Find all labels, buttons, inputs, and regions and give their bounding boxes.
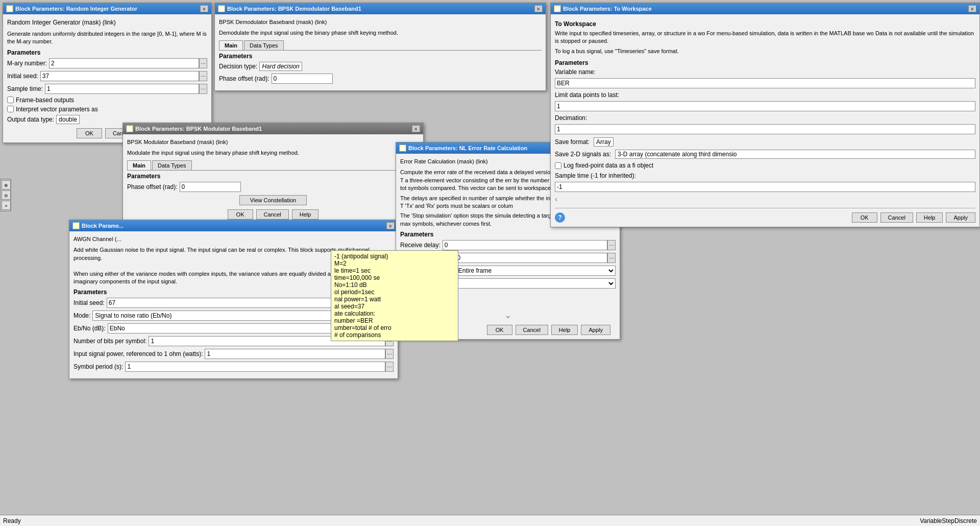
limit-data-input[interactable] [555, 101, 975, 111]
log-fixed-point-label: Log fixed-point data as a fi object [564, 162, 653, 169]
to-workspace-help-btn[interactable]: Help [916, 212, 943, 223]
to-workspace-cancel-btn[interactable]: Cancel [880, 212, 913, 223]
frame-based-label: Frame-based outputs [16, 97, 74, 104]
nl-error-rate-title: Block Parameters: NL Error Rate Calculat… [408, 145, 527, 151]
tooltip-line-3: le time=1 sec [334, 267, 455, 274]
bpsk-demod-description: Demodulate the input signal using the bi… [219, 29, 542, 37]
bpsk-mod-ok-btn[interactable]: OK [228, 209, 253, 220]
bpsk-mod-tab-datatypes[interactable]: Data Types [152, 160, 191, 170]
to-workspace-close[interactable]: ✕ [968, 5, 976, 12]
save-format-label: Save format: [555, 138, 590, 146]
bpsk-demod-icon: ▦ [218, 5, 225, 12]
decision-type-label: Decision type: [219, 63, 257, 70]
receive-delay-dots[interactable]: ⋯ [607, 240, 616, 250]
mary-dots-btn[interactable]: ⋯ [199, 58, 207, 68]
to-workspace-scroll-indicator: ‹ [555, 195, 975, 204]
view-constellation-btn[interactable]: View Constellation [239, 195, 307, 205]
to-workspace-ok-btn[interactable]: OK [852, 212, 877, 223]
awgn-symbol-period-wrapper: ⋯ [125, 362, 394, 372]
bpsk-demod-phase-input[interactable] [272, 74, 333, 84]
bpsk-mod-tab-main[interactable]: Main [127, 160, 151, 170]
awgn-close[interactable]: ✕ [386, 222, 395, 229]
random-int-gen-params-label: Parameters [7, 49, 207, 56]
awgn-bits-label: Number of bits per symbol: [74, 338, 146, 345]
computation-mode-select[interactable]: Entire frame [456, 266, 616, 276]
nl-error-rate-cancel-btn[interactable]: Cancel [516, 325, 548, 335]
awgn-icon: ▦ [72, 222, 80, 229]
bpsk-mod-close[interactable]: ✕ [412, 125, 420, 132]
to-workspace-btn-area: ? OK Cancel Help Apply [555, 208, 975, 223]
nl-error-rate-params-label: Parameters [400, 231, 616, 238]
bpsk-demod-phase-row: Phase offset (rad): [219, 74, 542, 84]
variable-name-input-row [555, 78, 975, 88]
sidebar-icon-2[interactable]: ⊖ [2, 190, 11, 200]
bpsk-mod-mask-link: BPSK Modulator Baseband (mask) (link) [127, 138, 419, 146]
random-int-gen-description: Generate random uniformly distributed in… [7, 30, 207, 46]
bpsk-mod-cancel-btn[interactable]: Cancel [256, 209, 289, 220]
random-int-gen-icon: ▦ [6, 5, 13, 12]
sidebar-icon-3[interactable]: » [2, 201, 11, 210]
to-workspace-help-icon[interactable]: ? [555, 212, 565, 223]
decision-type-value: Hard decision [259, 62, 302, 71]
tooltip-line-11: umber=total # of erro [334, 324, 455, 331]
random-int-gen-title: Block Parameters: Random Integer Generat… [15, 6, 137, 12]
random-int-gen-close[interactable]: ✕ [200, 5, 208, 12]
nl-error-rate-ok-btn[interactable]: OK [487, 325, 512, 335]
awgn-power-input[interactable] [205, 349, 385, 359]
tooltip-line-6: ol period=1sec [334, 289, 455, 296]
output-data-select[interactable]: Port [436, 278, 616, 289]
random-int-gen-ok-btn[interactable]: OK [77, 128, 102, 138]
receive-delay-label: Receive delay: [400, 242, 440, 249]
nl-error-rate-apply-btn[interactable]: Apply [581, 325, 610, 335]
receive-delay-wrapper: ⋯ [443, 240, 616, 250]
bpsk-mod-help-btn[interactable]: Help [292, 209, 319, 220]
to-workspace-title: Block Parameters: To Workspace [563, 6, 652, 12]
solver-type: VariableStepDiscrete [920, 517, 977, 524]
bpsk-mod-title: Block Parameters: BPSK Modulator Baseban… [135, 126, 262, 132]
nl-error-rate-help-btn[interactable]: Help [551, 325, 578, 335]
awgn-power-dots[interactable]: ⋯ [385, 349, 394, 359]
awgn-symbol-period-dots[interactable]: ⋯ [385, 362, 394, 372]
random-int-gen-mask-link: Random Integer Generator (mask) (link) [7, 18, 207, 27]
to-workspace-apply-btn[interactable]: Apply [946, 212, 975, 223]
tooltip-box: -1 (antipodal signal) M=2 le time=1 sec … [331, 250, 458, 341]
bpsk-demod-tab-datatypes[interactable]: Data Types [244, 40, 283, 50]
interpret-vector-checkbox[interactable] [7, 106, 14, 112]
sidebar-icon-1[interactable]: ⊕ [2, 180, 11, 189]
awgn-mode-label: Mode: [74, 312, 90, 319]
bpsk-demod-close[interactable]: ✕ [534, 5, 543, 12]
bpsk-mod-content: BPSK Modulator Baseband (mask) (link) Mo… [123, 134, 423, 224]
sidebar-icons: ⊕ ⊖ » [0, 179, 11, 211]
computation-delay-input[interactable] [455, 253, 607, 263]
awgn-ebno-label: Eb/No (dB): [74, 325, 106, 332]
computation-delay-dots[interactable]: ⋯ [607, 253, 616, 263]
seed-dots-btn[interactable]: ⋯ [199, 71, 207, 81]
receive-delay-input[interactable] [443, 240, 607, 250]
save-2d-value: 3-D array (concatenate along third dimen… [615, 150, 975, 159]
sample-time-input-wrapper: ⋯ [45, 84, 207, 94]
awgn-symbol-period-input[interactable] [125, 362, 385, 372]
tooltip-line-7: nal power=1 watt [334, 296, 455, 303]
bpsk-demod-tab-main[interactable]: Main [219, 40, 243, 50]
tooltip-line-5: No=1:10 dB [334, 281, 455, 289]
decimation-input-row [555, 124, 975, 134]
sample-time-dots-btn[interactable]: ⋯ [199, 84, 207, 94]
frame-based-checkbox[interactable] [7, 97, 14, 103]
decimation-input[interactable] [555, 124, 975, 134]
awgn-seed-label: Initial seed: [74, 299, 105, 306]
bpsk-demod-window: ▦ Block Parameters: BPSK Demodulator Bas… [214, 3, 546, 91]
variable-name-input[interactable] [555, 78, 975, 88]
log-fixed-point-row: Log fixed-point data as a fi object [555, 162, 975, 169]
mary-input[interactable] [49, 58, 199, 68]
computation-delay-wrapper: ⋯ [455, 253, 616, 263]
seed-label: Initial seed: [7, 73, 38, 80]
seed-input[interactable] [40, 71, 199, 81]
sample-time-ws-input[interactable] [555, 182, 975, 192]
decision-type-row: Decision type: Hard decision [219, 62, 542, 71]
bpsk-mod-phase-label: Phase offset (rad): [127, 183, 178, 190]
log-fixed-point-checkbox[interactable] [555, 162, 561, 169]
frame-based-row: Frame-based outputs [7, 97, 207, 104]
to-workspace-window: ▦ Block Parameters: To Workspace ✕ To Wo… [550, 3, 980, 227]
sample-time-input[interactable] [45, 84, 199, 94]
bpsk-mod-phase-input[interactable] [180, 182, 241, 192]
